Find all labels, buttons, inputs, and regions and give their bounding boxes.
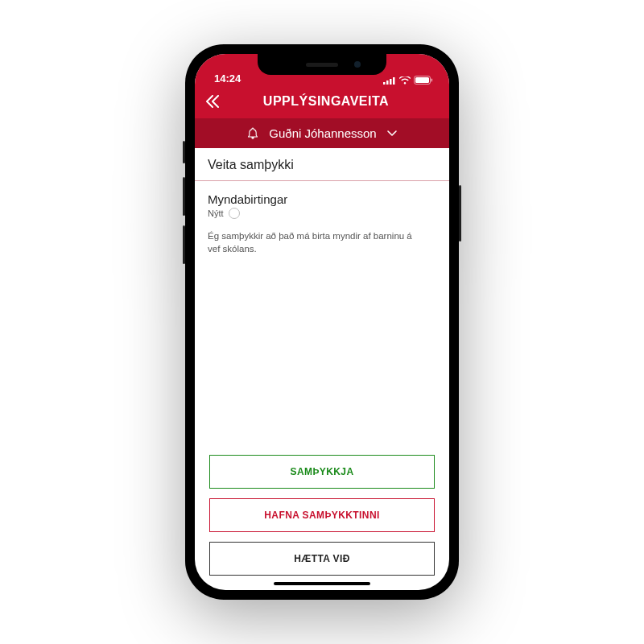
svg-rect-2 (390, 79, 392, 85)
volume-down-button (183, 225, 185, 264)
user-selector[interactable]: Guðni Jóhannesson (195, 118, 449, 148)
section-title: Veita samþykki (195, 148, 449, 181)
home-indicator[interactable] (274, 582, 370, 585)
cancel-button[interactable]: HÆTTA VIÐ (209, 542, 435, 576)
screen: 14:24 UPPLÝSINGAVEITA Guðni Jóhannesson … (195, 54, 449, 590)
consent-status-label: Nýtt (208, 208, 224, 218)
phone-frame: 14:24 UPPLÝSINGAVEITA Guðni Jóhannesson … (185, 44, 459, 600)
approve-button[interactable]: SAMÞYKKJA (209, 455, 435, 489)
user-name: Guðni Jóhannesson (269, 126, 376, 140)
svg-rect-1 (386, 80, 389, 85)
consent-status-row: Nýtt (208, 208, 436, 219)
wifi-icon (399, 76, 411, 85)
consent-content: Myndabirtingar Nýtt Ég samþykkir að það … (195, 181, 449, 455)
consent-heading: Myndabirtingar (208, 192, 436, 206)
svg-rect-6 (431, 79, 433, 82)
speaker-grille (306, 63, 338, 67)
svg-rect-5 (415, 77, 429, 83)
consent-description: Ég samþykkir að það má birta myndir af b… (208, 230, 425, 255)
svg-rect-0 (383, 82, 386, 85)
notch (258, 54, 386, 75)
status-indicator-icon (229, 208, 240, 219)
status-icons (383, 76, 433, 85)
reject-button[interactable]: HAFNA SAMÞYKKTINNI (209, 498, 435, 532)
signal-icon (383, 76, 396, 85)
battery-icon (414, 76, 433, 85)
bell-icon (246, 127, 259, 140)
action-buttons: SAMÞYKKJA HAFNA SAMÞYKKTINNI HÆTTA VIÐ (195, 455, 449, 590)
chevron-down-icon (386, 130, 398, 138)
svg-rect-3 (393, 77, 395, 85)
app-header: UPPLÝSINGAVEITA (195, 86, 449, 118)
status-time: 14:24 (214, 72, 241, 85)
front-camera (354, 61, 361, 68)
page-title: UPPLÝSINGAVEITA (214, 94, 438, 109)
volume-up-button (183, 177, 185, 216)
power-button (459, 185, 461, 242)
mute-switch (183, 141, 185, 163)
